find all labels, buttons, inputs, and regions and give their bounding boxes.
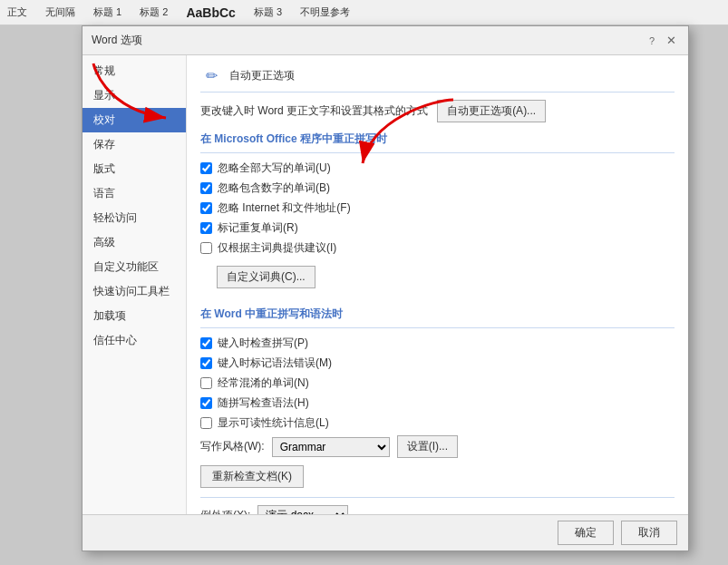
sidebar-item-customize-ribbon[interactable]: 自定义功能区 xyxy=(83,255,186,279)
exception-row: 例外项(X): 演示.docx xyxy=(200,505,675,514)
dialog-body: 常规 显示 校对 保存 版式 语言 轻松访问 高级 自定义功能区 快速访问工具栏… xyxy=(83,55,688,514)
writing-style-row: 写作风格(W): Grammar 设置(I)... xyxy=(200,435,675,458)
checkbox-ignore-internet-label[interactable]: 忽略 Internet 和文件地址(F) xyxy=(218,200,351,216)
autocorrect-desc: 更改键入时 Word 更正文字和设置其格式的方式 xyxy=(200,103,428,119)
office-spelling-divider xyxy=(200,152,675,153)
autocorrect-row: 更改键入时 Word 更正文字和设置其格式的方式 自动更正选项(A)... xyxy=(200,100,675,122)
sidebar-item-trust-center[interactable]: 信任中心 xyxy=(83,328,186,353)
checkbox-main-dict-only-input[interactable] xyxy=(200,242,212,254)
sidebar-item-display[interactable]: 显示 xyxy=(83,83,186,108)
ribbon-style-4: 标题 2 xyxy=(140,5,168,19)
exception-label: 例外项(X): xyxy=(200,508,250,515)
dialog-footer: 确定 取消 xyxy=(83,514,688,550)
ribbon-style-3: 标题 1 xyxy=(93,5,121,19)
checkbox-ignore-uppercase-label[interactable]: 忽略全部大写的单词(U) xyxy=(218,161,331,176)
checkbox-ignore-numbers: 忽略包含数字的单词(B) xyxy=(200,180,675,196)
checkbox-grammar-with-spelling-label[interactable]: 随拼写检查语法(H) xyxy=(218,395,309,411)
dialog-title: Word 选项 xyxy=(92,33,142,48)
sidebar-item-save[interactable]: 保存 xyxy=(83,132,186,157)
close-button[interactable]: ✕ xyxy=(663,33,679,49)
sidebar-item-proofing[interactable]: 校对 xyxy=(83,108,186,132)
sidebar-item-language[interactable]: 语言 xyxy=(83,181,186,206)
checkbox-ignore-numbers-label[interactable]: 忽略包含数字的单词(B) xyxy=(218,180,330,196)
writing-style-select[interactable]: Grammar xyxy=(272,437,390,457)
ribbon-style-6: 标题 3 xyxy=(254,5,282,19)
ok-button[interactable]: 确定 xyxy=(558,521,614,545)
sidebar-item-quick-access[interactable]: 快速访问工具栏 xyxy=(83,279,186,304)
exception-select[interactable]: 演示.docx xyxy=(257,505,348,514)
dialog-controls: ? ✕ xyxy=(645,33,679,49)
checkbox-flag-repeated: 标记重复单词(R) xyxy=(200,220,675,236)
help-button[interactable]: ? xyxy=(645,34,659,48)
dialog-titlebar: Word 选项 ? ✕ xyxy=(83,26,688,55)
recheck-document-button[interactable]: 重新检查文档(K) xyxy=(200,465,304,488)
exception-divider xyxy=(200,497,675,498)
settings-button[interactable]: 设置(I)... xyxy=(397,435,458,458)
word-spelling-section-title: 在 Word 中重正拼写和语法时 xyxy=(200,307,675,322)
checkbox-ignore-uppercase: 忽略全部大写的单词(U) xyxy=(200,161,675,176)
checkbox-ignore-numbers-input[interactable] xyxy=(200,182,212,194)
checkbox-ignore-internet: 忽略 Internet 和文件地址(F) xyxy=(200,200,675,216)
checkbox-mark-grammar-input[interactable] xyxy=(200,357,212,369)
checkbox-readability-input[interactable] xyxy=(200,417,212,429)
checkbox-flag-repeated-input[interactable] xyxy=(200,222,212,234)
checkbox-confusing-words-input[interactable] xyxy=(200,377,212,389)
sidebar-item-addins[interactable]: 加载项 xyxy=(83,304,186,328)
checkbox-check-spelling-label[interactable]: 键入时检查拼写(P) xyxy=(218,336,308,351)
custom-dict-button[interactable]: 自定义词典(C)... xyxy=(217,266,315,288)
word-spelling-divider xyxy=(200,327,675,328)
autocorrect-options-button[interactable]: 自动更正选项(A)... xyxy=(437,100,546,122)
checkbox-mark-grammar-label[interactable]: 键入时标记语法错误(M) xyxy=(218,356,332,371)
sidebar-item-layout[interactable]: 版式 xyxy=(83,157,186,181)
checkbox-ignore-internet-input[interactable] xyxy=(200,202,212,214)
ribbon-style-2: 无间隔 xyxy=(45,5,75,19)
checkbox-main-dict-only-label[interactable]: 仅根据主词典提供建议(I) xyxy=(218,240,336,256)
checkbox-confusing-words: 经常混淆的单词(N) xyxy=(200,375,675,391)
checkbox-main-dict-only: 仅根据主词典提供建议(I) xyxy=(200,240,675,256)
ribbon-style-1: 正文 xyxy=(7,5,27,19)
checkbox-grammar-with-spelling-input[interactable] xyxy=(200,397,212,409)
checkbox-check-grammar-with-spelling: 随拼写检查语法(H) xyxy=(200,395,675,411)
autocorrect-icon: ✏ xyxy=(200,64,222,86)
ribbon-style-5: AaBbCc xyxy=(186,5,235,20)
checkbox-check-spelling-input[interactable] xyxy=(200,337,212,349)
main-content: ✏ 自动更正选项 更改键入时 Word 更正文字和设置其格式的方式 自动更正选项… xyxy=(187,55,688,514)
checkbox-ignore-uppercase-input[interactable] xyxy=(200,162,212,174)
sidebar-item-accessibility[interactable]: 轻松访问 xyxy=(83,206,186,230)
writing-style-label: 写作风格(W): xyxy=(200,439,265,454)
checkbox-readability-label[interactable]: 显示可读性统计信息(L) xyxy=(218,415,329,431)
checkbox-check-spelling-as-you-type: 键入时检查拼写(P) xyxy=(200,336,675,351)
checkbox-flag-repeated-label[interactable]: 标记重复单词(R) xyxy=(218,220,298,236)
sidebar: 常规 显示 校对 保存 版式 语言 轻松访问 高级 自定义功能区 快速访问工具栏… xyxy=(83,55,187,514)
cancel-button[interactable]: 取消 xyxy=(621,521,677,545)
checkbox-mark-grammar-errors: 键入时标记语法错误(M) xyxy=(200,356,675,371)
ribbon-style-7: 不明显参考 xyxy=(300,5,350,19)
sidebar-item-general[interactable]: 常规 xyxy=(83,59,186,83)
office-spelling-section-title: 在 Microsoft Office 程序中重正拼写时 xyxy=(200,132,675,147)
checkbox-readability-stats: 显示可读性统计信息(L) xyxy=(200,415,675,431)
ribbon: 正文 无间隔 标题 1 标题 2 AaBbCc 标题 3 不明显参考 xyxy=(0,0,728,25)
checkbox-confusing-words-label[interactable]: 经常混淆的单词(N) xyxy=(218,375,309,391)
autocorrect-section-title: 自动更正选项 xyxy=(229,68,295,83)
sidebar-item-advanced[interactable]: 高级 xyxy=(83,230,186,255)
autocorrect-divider xyxy=(200,92,675,93)
word-options-dialog: Word 选项 ? ✕ 常规 显示 校对 保存 版式 语言 轻松访问 高级 自定… xyxy=(82,25,689,551)
